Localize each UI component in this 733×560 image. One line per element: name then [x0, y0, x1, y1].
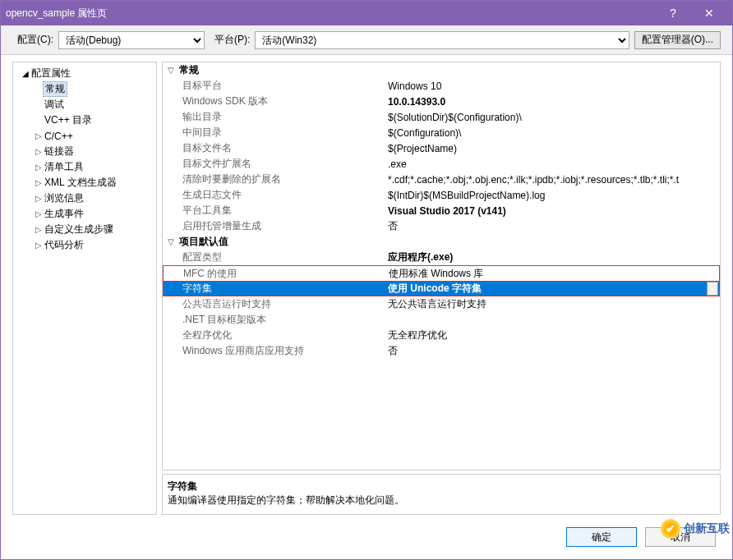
prop-value: 无公共语言运行时支持: [388, 297, 720, 311]
platform-label: 平台(P):: [214, 33, 250, 47]
chevron-down-icon[interactable]: ▾: [707, 282, 718, 296]
prop-row[interactable]: 目标平台Windows 10: [163, 78, 720, 94]
dialog-body: ◢ 配置属性 常规调试VC++ 目录▷C/C++▷链接器▷清单工具▷XML 文档…: [1, 55, 732, 515]
prop-value: $(Configuration)\: [388, 127, 720, 139]
tree-item-label: 调试: [43, 98, 64, 112]
prop-row[interactable]: 公共语言运行时支持无公共语言运行时支持: [163, 296, 720, 312]
platform-combo[interactable]: 活动(Win32): [255, 31, 629, 49]
tree-item-label: 常规: [43, 81, 67, 97]
cancel-button[interactable]: 取消: [645, 527, 716, 547]
toolbar: 配置(C): 活动(Debug) 平台(P): 活动(Win32) 配置管理器(…: [1, 25, 732, 55]
prop-key: 启用托管增量生成: [181, 219, 388, 233]
property-grid[interactable]: ▽常规目标平台Windows 10Windows SDK 版本10.0.1439…: [162, 62, 721, 470]
prop-value: 10.0.14393.0: [388, 96, 720, 108]
expand-icon[interactable]: ▷: [35, 178, 43, 187]
expand-icon[interactable]: ▷: [35, 163, 43, 172]
titlebar[interactable]: opencv_sample 属性页 ? ✕: [1, 1, 732, 25]
property-dialog: opencv_sample 属性页 ? ✕ 配置(C): 活动(Debug) 平…: [0, 0, 733, 560]
prop-key: Windows 应用商店应用支持: [181, 344, 388, 358]
expand-icon[interactable]: ▷: [35, 241, 43, 250]
prop-value: Visual Studio 2017 (v141): [388, 205, 720, 217]
section-label: 常规: [179, 63, 199, 77]
expand-icon[interactable]: ▷: [35, 131, 43, 140]
prop-row[interactable]: MFC 的使用使用标准 Windows 库: [163, 265, 720, 281]
prop-key: 中间目录: [181, 126, 388, 140]
right-panel: ▽常规目标平台Windows 10Windows SDK 版本10.0.1439…: [162, 62, 721, 515]
prop-key: 配置类型: [181, 250, 388, 264]
section-header[interactable]: ▽项目默认值: [163, 234, 720, 250]
prop-key: 生成日志文件: [181, 188, 388, 202]
description-title: 字符集: [168, 480, 715, 493]
prop-key: 平台工具集: [181, 204, 388, 218]
prop-value: 使用 Unicode 字符集: [388, 282, 707, 296]
section-header[interactable]: ▽常规: [163, 62, 720, 78]
prop-key: 目标文件名: [181, 141, 388, 155]
tree-item-label: XML 文档生成器: [43, 176, 117, 190]
config-combo[interactable]: 活动(Debug): [58, 31, 205, 49]
tree-item-2[interactable]: VC++ 目录: [13, 112, 156, 128]
prop-value: 使用标准 Windows 库: [389, 267, 719, 281]
prop-value: *.cdf;*.cache;*.obj;*.obj.enc;*.ilk;*.ip…: [388, 174, 720, 186]
tree-item-9[interactable]: ▷自定义生成步骤: [13, 222, 156, 237]
tree-item-5[interactable]: ▷清单工具: [13, 159, 156, 175]
prop-value: 无全程序优化: [388, 328, 720, 342]
footer: 确定 取消: [1, 515, 732, 559]
prop-key: 目标文件扩展名: [181, 157, 388, 171]
tree-panel[interactable]: ◢ 配置属性 常规调试VC++ 目录▷C/C++▷链接器▷清单工具▷XML 文档…: [12, 62, 157, 515]
tree-item-label: 链接器: [43, 145, 74, 158]
collapse-icon[interactable]: ▽: [163, 237, 179, 246]
collapse-icon[interactable]: ◢: [21, 69, 30, 78]
prop-row[interactable]: 启用托管增量生成否: [163, 218, 720, 234]
prop-row[interactable]: 配置类型应用程序(.exe): [163, 250, 720, 265]
window-title: opencv_sample 属性页: [6, 7, 655, 21]
expand-icon[interactable]: ▷: [35, 209, 43, 218]
prop-row[interactable]: 字符集使用 Unicode 字符集▾: [163, 281, 720, 296]
prop-value: $(IntDir)$(MSBuildProjectName).log: [388, 190, 720, 201]
tree-item-label: 浏览信息: [43, 191, 84, 205]
prop-row[interactable]: 清除时要删除的扩展名*.cdf;*.cache;*.obj;*.obj.enc;…: [163, 172, 720, 187]
tree-item-label: 生成事件: [43, 207, 84, 221]
prop-value: 否: [388, 344, 720, 358]
prop-value: .exe: [388, 158, 720, 170]
prop-row[interactable]: 中间目录$(Configuration)\: [163, 125, 720, 140]
tree-item-label: 清单工具: [43, 160, 84, 174]
expand-icon[interactable]: ▷: [35, 225, 43, 234]
prop-row[interactable]: 生成日志文件$(IntDir)$(MSBuildProjectName).log: [163, 187, 720, 203]
prop-row[interactable]: Windows 应用商店应用支持否: [163, 343, 720, 359]
prop-row[interactable]: 目标文件名$(ProjectName): [163, 140, 720, 156]
tree-item-4[interactable]: ▷链接器: [13, 144, 156, 159]
tree-root[interactable]: ◢ 配置属性: [13, 66, 156, 81]
section-label: 项目默认值: [179, 235, 228, 249]
tree-item-label: 自定义生成步骤: [43, 223, 113, 236]
prop-key: .NET 目标框架版本: [181, 313, 388, 327]
prop-row[interactable]: 输出目录$(SolutionDir)$(Configuration)\: [163, 109, 720, 125]
config-label: 配置(C):: [17, 33, 53, 47]
tree-item-1[interactable]: 调试: [13, 97, 156, 112]
config-manager-button[interactable]: 配置管理器(O)...: [634, 31, 721, 49]
prop-value: 否: [388, 219, 720, 233]
expand-icon[interactable]: ▷: [35, 194, 43, 203]
prop-row[interactable]: 平台工具集Visual Studio 2017 (v141): [163, 203, 720, 218]
tree-item-6[interactable]: ▷XML 文档生成器: [13, 175, 156, 190]
tree-root-label: 配置属性: [30, 67, 71, 80]
prop-row[interactable]: 全程序优化无全程序优化: [163, 328, 720, 343]
tree-item-7[interactable]: ▷浏览信息: [13, 190, 156, 206]
tree-item-10[interactable]: ▷代码分析: [13, 237, 156, 253]
prop-key: 公共语言运行时支持: [181, 297, 388, 311]
expand-icon[interactable]: ▷: [35, 147, 43, 156]
description-text: 通知编译器使用指定的字符集；帮助解决本地化问题。: [168, 493, 715, 507]
prop-row[interactable]: .NET 目标框架版本: [163, 312, 720, 328]
collapse-icon[interactable]: ▽: [163, 66, 179, 75]
prop-row[interactable]: Windows SDK 版本10.0.14393.0: [163, 94, 720, 109]
tree-item-3[interactable]: ▷C/C++: [13, 128, 156, 144]
prop-key: 全程序优化: [181, 328, 388, 342]
prop-row[interactable]: 目标文件扩展名.exe: [163, 156, 720, 172]
tree-item-label: 代码分析: [43, 238, 84, 252]
prop-value: Windows 10: [388, 80, 720, 92]
close-icon[interactable]: ✕: [691, 1, 727, 25]
prop-key: 目标平台: [181, 79, 388, 93]
tree-item-8[interactable]: ▷生成事件: [13, 206, 156, 222]
tree-item-0[interactable]: 常规: [13, 81, 156, 97]
ok-button[interactable]: 确定: [566, 527, 637, 547]
help-icon[interactable]: ?: [655, 1, 691, 25]
